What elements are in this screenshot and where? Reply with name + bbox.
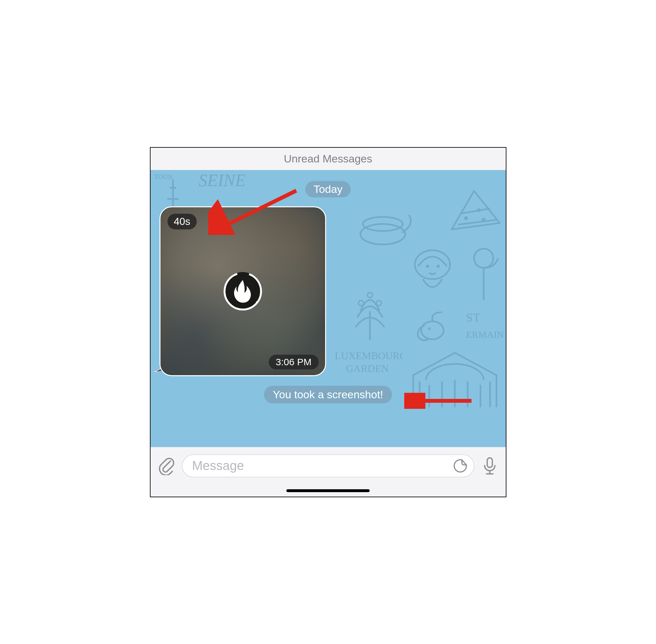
date-separator: Today <box>305 181 351 198</box>
svg-point-7 <box>437 264 440 268</box>
svg-text:SEINE: SEINE <box>198 171 246 190</box>
date-label: Today <box>313 183 343 195</box>
chat-background[interactable]: LUXEMBOURG GARDEN ST GERMAIN TOUR SEINE … <box>150 170 506 447</box>
svg-point-6 <box>426 264 429 268</box>
unread-header: Unread Messages <box>150 148 506 170</box>
svg-point-1 <box>363 217 403 231</box>
svg-point-17 <box>428 327 430 330</box>
app-window: Unread Messages <box>150 147 507 497</box>
flame-icon <box>222 270 264 312</box>
message-input[interactable]: Message <box>182 454 474 477</box>
svg-text:TOUR: TOUR <box>154 173 173 181</box>
svg-point-4 <box>482 218 486 222</box>
svg-point-24 <box>254 304 255 306</box>
svg-rect-27 <box>487 458 492 467</box>
svg-point-9 <box>358 301 364 306</box>
svg-text:ST: ST <box>466 311 480 324</box>
incoming-message[interactable]: 40s 3:06 PM <box>160 206 326 376</box>
duration-label: 40s <box>174 216 191 227</box>
composer-bar: Message <box>150 447 506 497</box>
svg-point-23 <box>258 299 259 300</box>
message-placeholder: Message <box>192 459 452 473</box>
svg-point-2 <box>464 216 468 220</box>
svg-point-3 <box>477 208 481 212</box>
annotation-arrow-2 <box>404 393 475 409</box>
message-time-label: 3:06 PM <box>276 356 312 367</box>
system-notice-label: You took a screenshot! <box>273 388 383 400</box>
svg-text:GERMAIN: GERMAIN <box>466 329 504 340</box>
svg-point-8 <box>474 249 493 268</box>
svg-point-0 <box>360 224 405 245</box>
home-indicator <box>286 489 370 492</box>
self-destruct-media-bubble[interactable]: 40s 3:06 PM <box>160 206 326 376</box>
svg-point-11 <box>368 293 373 298</box>
svg-text:LUXEMBOURG: LUXEMBOURG <box>335 350 402 362</box>
microphone-icon[interactable] <box>480 456 499 476</box>
svg-point-10 <box>376 301 381 306</box>
paperclip-icon[interactable] <box>157 456 176 476</box>
sticker-icon[interactable] <box>452 458 468 474</box>
unread-header-label: Unread Messages <box>284 153 372 165</box>
message-time-badge: 3:06 PM <box>269 355 319 369</box>
system-notice: You took a screenshot! <box>264 386 392 404</box>
svg-text:GARDEN: GARDEN <box>346 363 389 374</box>
svg-point-22 <box>256 301 257 302</box>
svg-point-5 <box>415 250 450 279</box>
duration-badge: 40s <box>167 214 197 229</box>
svg-point-16 <box>421 321 444 339</box>
